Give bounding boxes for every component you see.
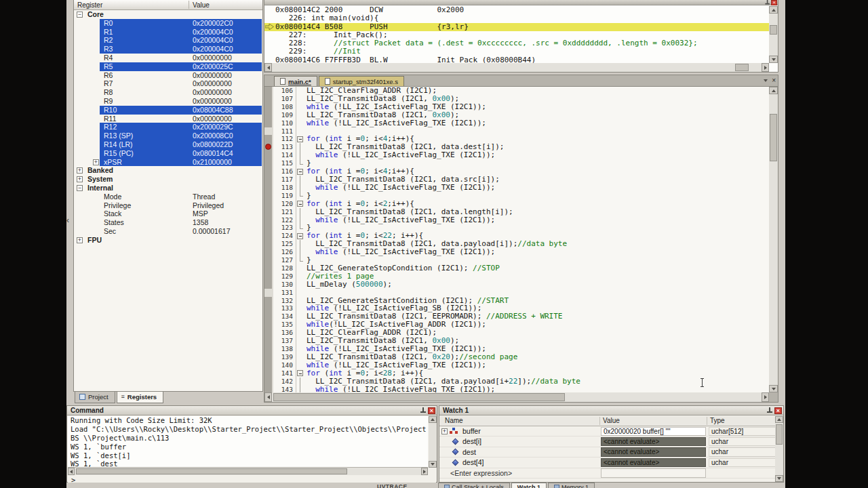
register-row[interactable]: R70x00000000: [74, 79, 262, 88]
register-row[interactable]: PrivilegePrivileged: [74, 201, 262, 210]
fold-collapse-icon[interactable]: [297, 233, 303, 239]
register-row[interactable]: R30x200004C0: [74, 45, 262, 54]
code-line[interactable]: 114 while (!LL_I2C_IsActiveFlag_TXE (I2C…: [264, 151, 769, 159]
scroll-right-icon[interactable]: [764, 66, 767, 70]
tab-list-icon[interactable]: [764, 79, 768, 82]
editor-hscrollbar[interactable]: [264, 392, 769, 402]
disassembly-line[interactable]: 0x080014C6 F7FFFB3D BL.W Init_Pack (0x08…: [264, 56, 769, 63]
tree-expander-icon[interactable]: +: [441, 428, 448, 434]
watch-row[interactable]: <Enter expression>: [439, 468, 775, 479]
scroll-left-icon[interactable]: [267, 395, 270, 399]
tree-expander-icon[interactable]: −: [77, 185, 83, 191]
register-row[interactable]: R60x00000000: [74, 71, 262, 80]
fold-collapse-icon[interactable]: [297, 136, 303, 142]
watch-row[interactable]: dest<cannot evaluate>uchar: [439, 447, 775, 458]
pin-icon[interactable]: [420, 407, 426, 414]
fold-collapse-icon[interactable]: [297, 201, 303, 207]
register-row[interactable]: Sec0.00001617: [74, 227, 262, 236]
scroll-down-icon[interactable]: [772, 58, 776, 61]
register-row[interactable]: R110x00000000: [74, 115, 262, 123]
watch-row[interactable]: +buffer0x20000020 buffer[] ""uchar[512]: [439, 426, 775, 436]
disassembly-vscrollbar[interactable]: [769, 6, 778, 63]
register-row[interactable]: −Core: [74, 10, 262, 19]
fold-collapse-icon[interactable]: [297, 370, 303, 376]
scroll-up-icon[interactable]: [777, 418, 781, 421]
register-row[interactable]: R90x00000000: [74, 97, 262, 106]
code-line[interactable]: 143 while (!LL_I2C_IsActiveFlag_TXE (I2C…: [264, 386, 769, 392]
tree-expander-icon[interactable]: −: [77, 12, 83, 18]
register-row[interactable]: R13 (SP)0x200008C0: [74, 131, 262, 140]
register-row[interactable]: R40x00000000: [74, 54, 262, 62]
scroll-left-icon[interactable]: [267, 66, 270, 70]
document-tab[interactable]: main.c*: [274, 76, 317, 86]
bottom-tab-watch-1[interactable]: Watch 1: [511, 483, 547, 488]
watch-row[interactable]: dest[i]<cannot evaluate>uchar: [439, 436, 775, 447]
tree-expander-icon[interactable]: +: [77, 167, 83, 174]
panel-tab-project[interactable]: Project: [75, 392, 115, 403]
register-row[interactable]: +Banked: [74, 166, 262, 175]
command-vscrollbar[interactable]: [429, 416, 437, 468]
register-row[interactable]: StackMSP: [74, 209, 262, 218]
code-line[interactable]: 118 while (!LL_I2C_IsActiveFlag_TXE (I2C…: [264, 184, 769, 192]
tree-expander-icon[interactable]: +: [93, 159, 99, 165]
scroll-right-icon[interactable]: [764, 395, 767, 399]
register-row[interactable]: R50x2000025C: [74, 62, 262, 71]
document-tab[interactable]: startup_stm32f401xe.s: [319, 76, 404, 86]
code-line[interactable]: 110while (!LL_I2C_IsActiveFlag_TXE (I2C1…: [264, 119, 769, 127]
watch-row[interactable]: dest[4]<cannot evaluate>uchar: [439, 458, 775, 468]
close-icon[interactable]: [774, 407, 782, 414]
code-line[interactable]: 126 while (!LL_I2C_IsActiveFlag_TXE (I2C…: [264, 248, 769, 256]
code-line[interactable]: 142 LL_I2C_TransmitData8 (I2C1, data.pay…: [264, 378, 769, 386]
enter-expression[interactable]: <Enter expression>: [450, 469, 512, 477]
register-row[interactable]: R80x00000000: [74, 88, 262, 97]
register-row[interactable]: States1358: [74, 218, 262, 227]
close-icon[interactable]: [428, 407, 435, 414]
breakpoint-gutter[interactable]: [264, 127, 273, 136]
scroll-up-icon[interactable]: [772, 9, 776, 12]
pin-icon[interactable]: [766, 407, 772, 414]
close-document-icon[interactable]: ×: [772, 77, 776, 83]
register-row[interactable]: R14 (LR)0x0800022D: [74, 140, 262, 149]
disassembly-line[interactable]: 226: int main(void){: [264, 14, 769, 22]
bottom-tab-memory-1[interactable]: Memory 1: [548, 483, 595, 488]
register-row[interactable]: R10x200004C0: [74, 28, 262, 37]
code-line[interactable]: 129//writes 1 page: [264, 272, 769, 281]
editor-vscrollbar[interactable]: [769, 87, 778, 392]
fold-collapse-icon[interactable]: [297, 169, 303, 175]
watch-vscrollbar[interactable]: [775, 416, 783, 482]
bottom-tab-call-stack-locals[interactable]: Call Stack + Locals: [438, 483, 510, 488]
register-row[interactable]: R15 (PC)0x080014C4: [74, 149, 262, 158]
chevron-left-icon[interactable]: ‹: [66, 216, 69, 225]
tree-expander-icon[interactable]: +: [77, 176, 83, 182]
scroll-down-icon[interactable]: [777, 477, 781, 480]
code-line[interactable]: 108while (!LL_I2C_IsActiveFlag_TXE (I2C1…: [264, 103, 769, 111]
register-row[interactable]: −Internal: [74, 184, 262, 192]
scroll-right-icon[interactable]: [423, 470, 426, 474]
register-row[interactable]: +System: [74, 175, 262, 184]
code-line[interactable]: 130LL_mDelay (500000);: [264, 281, 769, 289]
pin-icon[interactable]: [765, 0, 770, 5]
scroll-up-icon[interactable]: [772, 89, 776, 92]
register-row[interactable]: R00x200002C0: [74, 19, 262, 28]
scroll-down-icon[interactable]: [431, 463, 435, 466]
register-row[interactable]: +FPU: [74, 236, 262, 245]
tree-expander-icon[interactable]: +: [77, 237, 83, 243]
register-tree[interactable]: −CoreR00x200002C0R10x200004C0R20x200004C…: [74, 10, 262, 391]
command-hscrollbar[interactable]: [68, 468, 428, 475]
disassembly-hscrollbar[interactable]: [264, 63, 769, 72]
disassembly-line[interactable]: 229: //Init: [264, 47, 769, 56]
register-row[interactable]: +xPSR0x21000000: [74, 158, 262, 167]
scroll-up-icon[interactable]: [431, 418, 435, 421]
code-line[interactable]: 109LL_I2C_TransmitData8 (I2C1, 0x00);: [264, 111, 769, 119]
command-output[interactable]: Running with Code Size Limit: 32KLoad "C…: [68, 416, 428, 468]
panel-tab-registers[interactable]: ≡Registers: [117, 392, 164, 403]
code-editor[interactable]: 106LL_I2C_ClearFlag_ADDR (I2C1);107LL_I2…: [264, 87, 769, 392]
code-line[interactable]: 121 LL_I2C_TransmitData8 (I2C1, data.len…: [264, 208, 769, 216]
disassembly-body[interactable]: 0x080014C2 2000 DCW 0x2000 226: int main…: [264, 6, 769, 63]
register-row[interactable]: R100x08004C88: [74, 106, 262, 115]
scroll-down-icon[interactable]: [772, 388, 776, 390]
register-row[interactable]: ModeThread: [74, 192, 262, 201]
code-line[interactable]: 122 while (!LL_I2C_IsActiveFlag_TXE (I2C…: [264, 216, 769, 224]
scroll-left-icon[interactable]: [70, 470, 73, 474]
code-line[interactable]: 120for (int i =0; i<2;i++){: [264, 200, 769, 208]
